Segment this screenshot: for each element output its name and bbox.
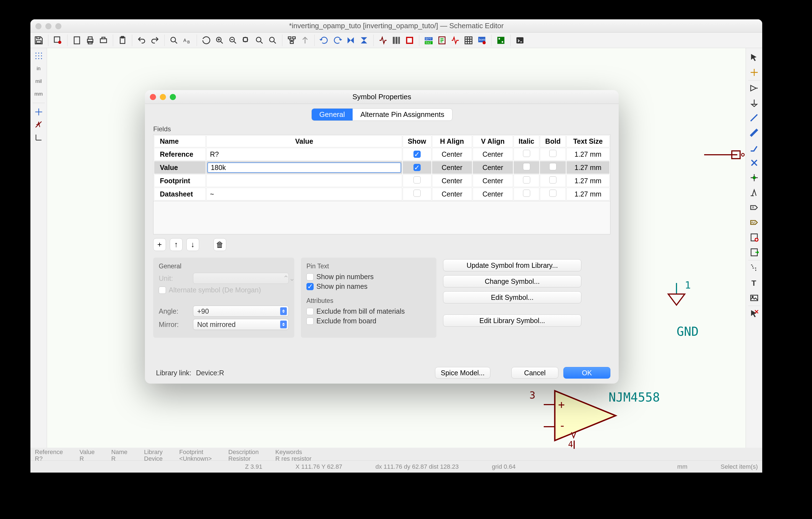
cell-size[interactable]: 1.27 mm xyxy=(567,188,610,201)
show-pin-names-checkbox[interactable]: ✓ xyxy=(307,283,314,290)
zoom-selection-icon[interactable] xyxy=(267,34,279,47)
col-value[interactable]: Value xyxy=(206,135,402,147)
move-down-button[interactable]: ↓ xyxy=(186,238,199,251)
page-setup-icon[interactable] xyxy=(71,34,83,47)
add-text-icon[interactable]: T xyxy=(748,276,761,290)
library-browser-icon[interactable] xyxy=(390,34,402,47)
rotate-ccw-icon[interactable] xyxy=(318,34,330,47)
settings-icon[interactable] xyxy=(52,34,64,47)
tab-general[interactable]: General xyxy=(312,109,353,121)
add-sheet-icon[interactable] xyxy=(748,230,761,245)
show-pin-numbers-checkbox[interactable] xyxy=(307,273,314,280)
cell-halign[interactable]: Center xyxy=(432,174,472,187)
cell-name[interactable]: Datasheet xyxy=(154,188,206,201)
free-angle-icon[interactable] xyxy=(32,132,46,143)
add-wire-icon[interactable] xyxy=(748,111,761,125)
window-traffic-lights[interactable] xyxy=(35,23,61,29)
dialog-traffic-lights[interactable] xyxy=(150,94,176,100)
tab-alternate-pins[interactable]: Alternate Pin Assignments xyxy=(353,109,452,121)
zoom-fit-icon[interactable] xyxy=(240,34,252,47)
simulator-icon[interactable] xyxy=(449,34,461,47)
update-symbol-button[interactable]: Update Symbol from Library... xyxy=(443,259,581,271)
print-icon[interactable] xyxy=(84,34,96,47)
hierarchy-icon[interactable] xyxy=(286,34,298,47)
symbol-editor-icon[interactable] xyxy=(377,34,389,47)
cell-size[interactable]: 1.27 mm xyxy=(567,161,610,174)
redo-icon[interactable] xyxy=(149,34,161,47)
cell-name[interactable]: Footprint xyxy=(154,174,206,187)
col-halign[interactable]: H Align xyxy=(432,135,472,147)
rotate-cw-icon[interactable] xyxy=(331,34,344,47)
cancel-button[interactable]: Cancel xyxy=(511,367,558,378)
show-checkbox[interactable] xyxy=(413,190,420,197)
bom-icon[interactable]: bom xyxy=(476,34,488,47)
add-symbol-icon[interactable] xyxy=(748,81,761,95)
add-line-icon[interactable] xyxy=(748,261,761,275)
spice-model-button[interactable]: Spice Model... xyxy=(435,367,490,378)
exclude-board-checkbox[interactable] xyxy=(307,317,314,325)
zoom-in-icon[interactable] xyxy=(213,34,226,47)
value-input[interactable] xyxy=(207,162,401,173)
zoom-object-icon[interactable] xyxy=(253,34,265,47)
table-row[interactable]: Value✓CenterCenter1.27 mm xyxy=(154,161,610,174)
col-bold[interactable]: Bold xyxy=(540,135,566,147)
annotate-icon[interactable]: R??R42 xyxy=(423,34,435,47)
cell-valign[interactable]: Center xyxy=(473,174,513,187)
cell-valign[interactable]: Center xyxy=(473,161,513,174)
symbol-fields-icon[interactable] xyxy=(462,34,474,47)
find-replace-icon[interactable]: AB xyxy=(181,34,193,47)
edit-symbol-button[interactable]: Edit Symbol... xyxy=(443,291,581,303)
cell-value[interactable] xyxy=(206,161,402,174)
add-junction-icon[interactable] xyxy=(748,171,761,185)
erc-icon[interactable] xyxy=(436,34,448,47)
cell-value[interactable]: R? xyxy=(206,148,402,160)
change-symbol-button[interactable]: Change Symbol... xyxy=(443,275,581,287)
add-hier-label-icon[interactable]: A⇄ xyxy=(748,215,761,230)
cursor-cross-icon[interactable] xyxy=(32,106,46,118)
cell-halign[interactable]: Center xyxy=(432,161,472,174)
add-bus-entry-icon[interactable] xyxy=(748,141,761,155)
col-size[interactable]: Text Size xyxy=(567,135,610,147)
add-bus-icon[interactable] xyxy=(748,126,761,140)
paste-icon[interactable] xyxy=(116,34,128,47)
bold-checkbox[interactable] xyxy=(549,176,556,183)
add-global-label-icon[interactable]: A xyxy=(748,201,761,215)
italic-checkbox[interactable] xyxy=(523,150,530,157)
plot-icon[interactable] xyxy=(97,34,110,47)
italic-checkbox[interactable] xyxy=(523,163,530,170)
table-row[interactable]: FootprintCenterCenter1.27 mm xyxy=(154,174,610,187)
bold-checkbox[interactable] xyxy=(549,163,556,170)
col-valign[interactable]: V Align xyxy=(473,135,513,147)
grid-toggle-icon[interactable] xyxy=(32,50,46,61)
add-image-icon[interactable] xyxy=(748,291,761,305)
cell-name[interactable]: Value xyxy=(154,161,206,174)
add-noconnect-icon[interactable] xyxy=(748,156,761,170)
minimize-icon[interactable] xyxy=(160,94,166,100)
select-tool-icon[interactable] xyxy=(748,50,761,65)
import-sheet-pin-icon[interactable] xyxy=(748,245,761,260)
mirror-h-icon[interactable] xyxy=(345,34,357,47)
show-checkbox[interactable]: ✓ xyxy=(413,151,420,158)
unit-mil[interactable]: mil xyxy=(32,76,46,87)
table-row[interactable]: Datasheet~CenterCenter1.27 mm xyxy=(154,188,610,201)
zoom-icon[interactable] xyxy=(170,94,176,100)
leave-sheet-icon[interactable] xyxy=(299,34,311,47)
mirror-select[interactable]: Not mirrored xyxy=(193,319,289,330)
save-icon[interactable] xyxy=(33,34,45,47)
show-checkbox[interactable] xyxy=(413,176,420,183)
italic-checkbox[interactable] xyxy=(523,190,530,197)
move-up-button[interactable]: ↑ xyxy=(170,238,182,251)
cell-size[interactable]: 1.27 mm xyxy=(567,148,610,160)
delete-tool-icon[interactable] xyxy=(748,306,761,321)
delete-field-button[interactable]: 🗑 xyxy=(213,238,226,251)
find-icon[interactable] xyxy=(168,34,180,47)
zoom-out-icon[interactable] xyxy=(227,34,239,47)
show-checkbox[interactable]: ✓ xyxy=(413,164,420,171)
ok-button[interactable]: OK xyxy=(563,367,610,378)
add-power-icon[interactable] xyxy=(748,96,761,110)
cell-value[interactable]: ~ xyxy=(206,188,402,201)
cell-halign[interactable]: Center xyxy=(432,188,472,201)
cell-halign[interactable]: Center xyxy=(432,148,472,160)
add-field-button[interactable]: + xyxy=(153,238,166,251)
unit-mm[interactable]: mm xyxy=(32,88,46,99)
